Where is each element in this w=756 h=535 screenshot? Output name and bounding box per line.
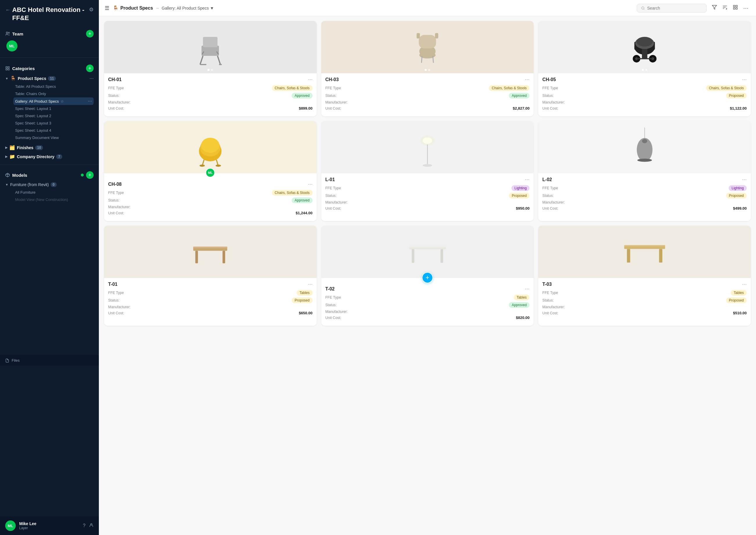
- card-header: T-01 ⋯: [108, 281, 313, 287]
- svg-rect-17: [736, 5, 738, 7]
- status-badge: Approved: [292, 197, 312, 203]
- project-title: ABC Hotel Renovation - FF&E: [12, 6, 89, 22]
- categories-section-header: Categories +: [5, 62, 94, 74]
- card-menu-button[interactable]: ⋯: [525, 286, 529, 292]
- unit-cost-label: Unit Cost:: [325, 316, 341, 320]
- svg-rect-18: [736, 8, 738, 9]
- card-image-inner: [538, 226, 751, 278]
- sidebar-header: ← ABC Hotel Renovation - FF&E ⚙: [0, 0, 99, 25]
- sidebar-item-spec-4[interactable]: Spec Sheet: Layout 4: [14, 127, 94, 134]
- sidebar-item-model-view[interactable]: Model View (New Construction): [14, 196, 94, 203]
- hamburger-button[interactable]: ☰: [105, 5, 109, 11]
- product-card-l-02: L-02 ⋯ FFE Type Lighting Status: Propose…: [538, 121, 751, 221]
- add-category-button[interactable]: +: [86, 65, 94, 72]
- star-icon[interactable]: ☆: [61, 99, 64, 103]
- sidebar: ← ABC Hotel Renovation - FF&E ⚙ Team + M…: [0, 0, 99, 535]
- card-menu-button[interactable]: ⋯: [742, 177, 747, 182]
- manufacturer-label: Manufacturer:: [325, 310, 348, 314]
- view-toggle-button[interactable]: [731, 3, 740, 13]
- card-menu-button[interactable]: ⋯: [525, 177, 529, 182]
- card-id: L-02: [542, 177, 552, 182]
- category-company-directory[interactable]: ▶ 📁 Company Directory 7: [5, 152, 94, 161]
- gallery-grid: CH-01 ⋯ FFE Type Chairs, Sofas & Stools …: [104, 21, 751, 326]
- card-menu-button[interactable]: ⋯: [308, 182, 313, 187]
- card-status-row: Status: Proposed: [542, 193, 747, 199]
- files-bar[interactable]: Files: [0, 355, 99, 365]
- sidebar-item-spec-1[interactable]: Spec Sheet: Layout 1: [14, 105, 94, 112]
- breadcrumb-arrow: →: [155, 6, 159, 11]
- ffe-type-label: FFE Type: [542, 86, 558, 90]
- card-status-row: Status: Proposed: [108, 297, 313, 303]
- sort-button[interactable]: [720, 3, 729, 13]
- card-id: CH-08: [108, 182, 122, 187]
- breadcrumb-dropdown[interactable]: Gallery: All Product Specs ▼: [162, 6, 214, 11]
- category-furniture-revit[interactable]: ▼ Furniture (from Revit) 0: [5, 181, 94, 189]
- search-icon: [641, 6, 645, 10]
- card-menu-button[interactable]: ⋯: [742, 77, 747, 82]
- manufacturer-label: Manufacturer:: [542, 305, 565, 309]
- team-avatar: ML: [6, 41, 17, 51]
- user-actions: ?: [83, 523, 94, 529]
- card-menu-button[interactable]: ⋯: [525, 77, 529, 82]
- sidebar-item-all-furniture[interactable]: All Furniture: [14, 189, 94, 196]
- card-id: T-03: [542, 282, 551, 287]
- card-cost-row: Unit Cost: $1,244.00: [108, 211, 313, 215]
- product-card-ch-01: CH-01 ⋯ FFE Type Chairs, Sofas & Stools …: [104, 21, 317, 116]
- svg-point-57: [423, 164, 432, 167]
- svg-rect-64: [223, 251, 225, 263]
- card-menu-button[interactable]: ⋯: [742, 281, 747, 287]
- user-profile-button[interactable]: [89, 523, 94, 529]
- sidebar-item-table-chairs[interactable]: Table: Chairs Only: [14, 90, 94, 98]
- sidebar-item-gallery-all[interactable]: Gallery: All Product Specs ☆ ⋯: [14, 98, 94, 105]
- card-menu-button[interactable]: ⋯: [308, 77, 313, 82]
- card-dot: [428, 69, 430, 71]
- filter-button[interactable]: [710, 3, 719, 13]
- svg-rect-4: [8, 69, 9, 70]
- sidebar-item-table-all[interactable]: Table: All Product Specs: [14, 83, 94, 90]
- sidebar-item-spec-2[interactable]: Spec Sheet: Layout 2: [14, 112, 94, 120]
- filter-icon: [712, 5, 717, 10]
- status-label: Status:: [108, 298, 120, 302]
- card-image-inner: [104, 226, 317, 278]
- sidebar-item-summary[interactable]: Summary Document View: [14, 134, 94, 141]
- card-ffe-row: FFE Type Lighting: [325, 185, 530, 191]
- card-plus-button[interactable]: +: [422, 272, 433, 283]
- add-team-button[interactable]: +: [86, 30, 94, 38]
- settings-button[interactable]: ⚙: [89, 6, 94, 13]
- ffe-type-value: Chairs, Sofas & Stools: [272, 85, 313, 91]
- svg-marker-12: [713, 5, 717, 9]
- card-ffe-row: FFE Type Lighting: [542, 185, 747, 191]
- card-menu-button[interactable]: ⋯: [308, 281, 313, 287]
- svg-rect-5: [6, 69, 7, 70]
- card-header: CH-08 ⋯: [108, 182, 313, 187]
- back-button[interactable]: ←: [5, 7, 12, 13]
- category-finishes[interactable]: ▶ 🗂️ Finishes 10: [5, 143, 94, 152]
- card-manufacturer-row: Manufacturer:: [542, 200, 747, 204]
- category-product-specs[interactable]: ▼ 🪑 Product Specs 11 ⋯: [5, 74, 94, 83]
- unit-cost-label: Unit Cost:: [542, 207, 558, 211]
- svg-rect-31: [417, 33, 420, 39]
- sidebar-item-spec-3[interactable]: Spec Sheet: Layout 3: [14, 120, 94, 127]
- svg-line-34: [433, 56, 434, 63]
- status-label: Status:: [325, 94, 337, 98]
- ffe-type-label: FFE Type: [325, 186, 341, 190]
- svg-rect-68: [440, 249, 443, 263]
- product-specs-menu[interactable]: ⋯: [90, 76, 94, 81]
- unit-cost-value: $650.00: [299, 311, 313, 315]
- card-body: CH-01 ⋯ FFE Type Chairs, Sofas & Stools …: [104, 73, 317, 116]
- svg-rect-71: [627, 249, 630, 263]
- card-status-row: Status: Approved: [325, 93, 530, 99]
- search-input[interactable]: [647, 6, 702, 11]
- svg-rect-3: [8, 67, 9, 68]
- card-ffe-row: FFE Type Chairs, Sofas & Stools: [108, 190, 313, 196]
- topbar: ☰ 🪑 Product Specs → Gallery: All Product…: [99, 0, 756, 16]
- team-label: Team: [5, 31, 23, 36]
- add-model-button[interactable]: +: [86, 171, 94, 179]
- card-manufacturer-row: Manufacturer:: [542, 305, 747, 309]
- card-body: L-02 ⋯ FFE Type Lighting Status: Propose…: [538, 173, 751, 216]
- manufacturer-label: Manufacturer:: [108, 305, 130, 309]
- more-button[interactable]: ⋯: [742, 3, 750, 13]
- gallery-menu[interactable]: ⋯: [88, 99, 92, 103]
- help-button[interactable]: ?: [83, 523, 86, 529]
- status-badge: Approved: [509, 302, 529, 308]
